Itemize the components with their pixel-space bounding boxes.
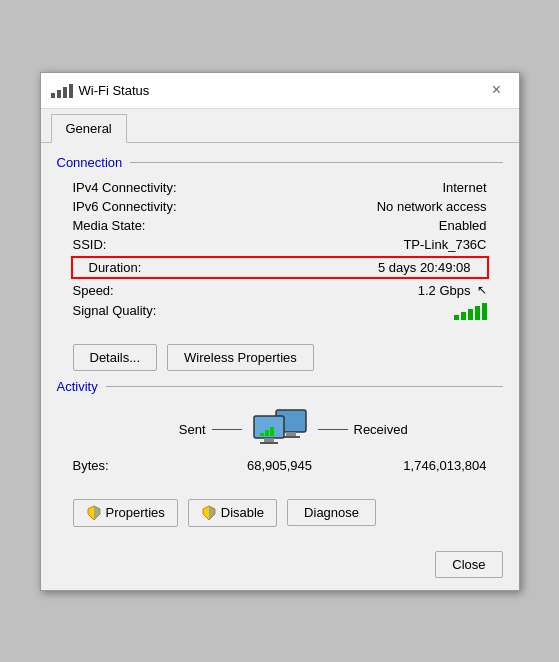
svg-rect-8	[270, 427, 274, 436]
bottom-buttons: Properties Disable Diagnose	[57, 491, 503, 531]
signal-quality-label: Signal Quality:	[73, 303, 157, 318]
ssid-row: SSID: TP-Link_736C	[57, 235, 503, 254]
wireless-properties-button[interactable]: Wireless Properties	[167, 344, 314, 371]
duration-row: Duration: 5 days 20:49:08	[71, 256, 489, 279]
ipv4-row: IPv4 Connectivity: Internet	[57, 178, 503, 197]
footer: Close	[41, 543, 519, 590]
disable-label: Disable	[221, 505, 264, 520]
connection-header: Connection	[57, 155, 503, 170]
ssid-value: TP-Link_736C	[403, 237, 486, 252]
cursor-icon: ↖	[477, 283, 487, 297]
network-computers-icon	[248, 408, 312, 452]
sent-text: Sent	[179, 422, 206, 437]
received-line	[318, 429, 348, 430]
signal-quality-row: Signal Quality:	[57, 300, 503, 322]
bytes-label: Bytes:	[73, 458, 211, 473]
bytes-sent-value: 68,905,945	[211, 458, 349, 473]
speed-row: Speed: 1.2 Gbps ↖	[57, 281, 503, 300]
wifi-title-icon	[51, 82, 73, 98]
properties-button[interactable]: Properties	[73, 499, 178, 527]
activity-header: Activity	[57, 379, 503, 394]
sent-line	[212, 429, 242, 430]
title-bar-left: Wi-Fi Status	[51, 82, 150, 98]
ipv6-value: No network access	[377, 199, 487, 214]
wifi-status-window: Wi-Fi Status × General Connection IPv4 C…	[40, 72, 520, 591]
duration-value: 5 days 20:49:08	[378, 260, 471, 275]
details-button[interactable]: Details...	[73, 344, 158, 371]
bytes-recv-value: 1,746,013,804	[349, 458, 487, 473]
close-button[interactable]: Close	[435, 551, 502, 578]
title-bar: Wi-Fi Status ×	[41, 73, 519, 109]
properties-label: Properties	[106, 505, 165, 520]
ipv6-label: IPv6 Connectivity:	[73, 199, 177, 214]
close-window-button[interactable]: ×	[485, 78, 509, 102]
svg-rect-7	[265, 430, 269, 436]
svg-rect-1	[286, 432, 296, 436]
activity-section: Activity Sent	[57, 379, 503, 477]
ipv4-value: Internet	[442, 180, 486, 195]
network-icon-area	[248, 408, 312, 452]
svg-rect-5	[260, 442, 278, 444]
media-state-value: Enabled	[439, 218, 487, 233]
media-state-row: Media State: Enabled	[57, 216, 503, 235]
connection-section: Connection IPv4 Connectivity: Internet I…	[57, 155, 503, 322]
speed-text: 1.2 Gbps	[418, 283, 471, 298]
tab-general[interactable]: General	[51, 114, 127, 143]
media-state-label: Media State:	[73, 218, 146, 233]
properties-shield-icon	[86, 505, 102, 521]
window-title: Wi-Fi Status	[79, 83, 150, 98]
svg-rect-6	[260, 433, 264, 436]
sent-received-row: Sent	[57, 402, 503, 454]
duration-label: Duration:	[89, 260, 142, 275]
tab-bar: General	[41, 109, 519, 143]
bytes-row: Bytes: 68,905,945 1,746,013,804	[57, 454, 503, 477]
content-area: Connection IPv4 Connectivity: Internet I…	[41, 143, 519, 543]
ipv4-label: IPv4 Connectivity:	[73, 180, 177, 195]
signal-bars-icon	[454, 302, 487, 320]
disable-shield-icon	[201, 505, 217, 521]
disable-button[interactable]: Disable	[188, 499, 277, 527]
speed-label: Speed:	[73, 283, 114, 298]
received-text: Received	[354, 422, 408, 437]
ipv6-row: IPv6 Connectivity: No network access	[57, 197, 503, 216]
svg-rect-4	[264, 438, 274, 442]
received-label-area: Received	[318, 422, 487, 437]
sent-label-area: Sent	[73, 422, 242, 437]
speed-value: 1.2 Gbps ↖	[418, 283, 487, 298]
diagnose-button[interactable]: Diagnose	[287, 499, 376, 526]
connection-buttons: Details... Wireless Properties	[57, 336, 503, 379]
ssid-label: SSID:	[73, 237, 107, 252]
